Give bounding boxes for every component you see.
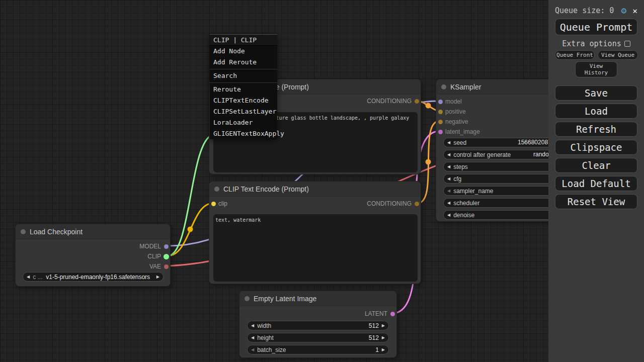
- widget-label: height: [257, 334, 274, 341]
- output-slot-conditioning[interactable]: CONDITIONING: [270, 199, 421, 209]
- conditioning-output-dot[interactable]: [415, 99, 419, 104]
- prev-arrow-icon[interactable]: ◀: [447, 201, 450, 205]
- node-status-dot: [214, 187, 219, 192]
- output-slot-vae[interactable]: VAE: [16, 261, 170, 272]
- prev-arrow-icon[interactable]: ◀: [251, 335, 254, 340]
- denoise-widget[interactable]: ◀ denoise: [443, 210, 565, 220]
- output-slot-clip[interactable]: CLIP: [16, 251, 170, 261]
- refresh-button[interactable]: Refresh: [555, 122, 637, 137]
- widget-label: width: [257, 322, 271, 329]
- menu-item-search[interactable]: Search: [210, 70, 277, 81]
- widget-value: 1: [286, 346, 379, 353]
- node-title: KSampler: [450, 83, 481, 91]
- prev-arrow-icon[interactable]: ◀: [27, 275, 30, 279]
- node-title-bar[interactable]: CLIP Text Encode (Prompt): [209, 182, 421, 197]
- input-slot-latent-image[interactable]: latent_image: [436, 127, 480, 137]
- link-dragging[interactable]: [168, 135, 212, 256]
- widget-label: control after generate: [453, 151, 511, 158]
- menu-item-cliptextencode[interactable]: CLIPTextEncode: [210, 95, 277, 106]
- node-title-bar[interactable]: Empty Latent Image: [239, 291, 396, 306]
- output-slot-latent[interactable]: LATENT: [239, 309, 396, 319]
- control-after-generate-widget[interactable]: ◀ control after generate randomize: [443, 150, 565, 159]
- input-slot-negative[interactable]: negative: [436, 117, 468, 127]
- view-history-button[interactable]: View History: [575, 61, 617, 77]
- cfg-widget[interactable]: ◀ cfg: [443, 174, 565, 184]
- batch-size-widget[interactable]: ◀ batch_size 1 ▶: [247, 345, 389, 354]
- output-slot-conditioning[interactable]: CONDITIONING: [270, 96, 421, 106]
- model-output-dot[interactable]: [164, 244, 169, 249]
- output-slot-model[interactable]: MODEL: [16, 241, 170, 251]
- scheduler-widget[interactable]: ◀ scheduler: [443, 198, 565, 208]
- menu-item-gligentextboxapply[interactable]: GLIGENTextBoxApply: [210, 128, 277, 139]
- menu-item-add-reroute[interactable]: Add Reroute: [210, 57, 277, 68]
- queue-menu-panel: Queue size: 0 ⚙ ✕ Queue Prompt Extra opt…: [548, 0, 644, 362]
- clear-button[interactable]: Clear: [555, 158, 637, 173]
- input-slot-model[interactable]: model: [436, 97, 462, 107]
- queue-prompt-button[interactable]: Queue Prompt: [555, 19, 637, 35]
- prev-arrow-icon[interactable]: ◀: [447, 152, 450, 157]
- save-button[interactable]: Save: [555, 85, 637, 101]
- input-slot-clip[interactable]: clip: [209, 199, 227, 209]
- node-title-bar[interactable]: Load Checkpoint: [16, 224, 170, 239]
- prev-arrow-icon[interactable]: ◀: [447, 176, 450, 181]
- next-arrow-icon[interactable]: ▶: [382, 347, 385, 352]
- vae-output-dot[interactable]: [164, 264, 169, 269]
- seed-widget[interactable]: ◀ seed 1566802087: [443, 138, 565, 147]
- prev-arrow-icon[interactable]: ◀: [447, 213, 450, 217]
- slot-label: latent_image: [445, 128, 480, 135]
- reset-view-button[interactable]: Reset View: [555, 194, 637, 209]
- extra-options-row: Extra options: [555, 39, 637, 48]
- clip-input-dot[interactable]: [211, 202, 216, 206]
- widget-value: 512: [271, 322, 379, 329]
- model-input-dot[interactable]: [438, 100, 443, 104]
- node-editor-canvas[interactable]: Load Checkpoint MODEL CLIP VAE ◀ c ... v…: [0, 0, 644, 362]
- view-queue-button[interactable]: View Queue: [598, 50, 638, 60]
- next-arrow-icon[interactable]: ▶: [382, 323, 385, 328]
- input-slot-positive[interactable]: positive: [436, 107, 466, 117]
- clip-output-dot[interactable]: [164, 254, 169, 259]
- latent-input-dot[interactable]: [438, 130, 443, 134]
- settings-gear-icon[interactable]: ⚙: [621, 6, 627, 16]
- slot-label: CONDITIONING: [367, 200, 412, 207]
- positive-input-dot[interactable]: [438, 110, 443, 114]
- link-center-dot-clip: [188, 227, 193, 232]
- menu-separator: [210, 82, 277, 83]
- widget-label: c ...: [33, 274, 42, 281]
- clipspace-button[interactable]: Clipspace: [555, 140, 637, 155]
- link-release-context-menu: CLIP | CLIP Add Node Add Reroute Search …: [210, 34, 277, 139]
- width-widget[interactable]: ◀ width 512 ▶: [247, 321, 389, 330]
- widget-value: v1-5-pruned-emaonly-fp16.safetensors: [43, 274, 153, 281]
- node-load-checkpoint[interactable]: Load Checkpoint MODEL CLIP VAE ◀ c ... v…: [15, 224, 171, 287]
- menu-item-add-node[interactable]: Add Node: [210, 46, 277, 57]
- latent-output-dot[interactable]: [390, 312, 395, 316]
- next-arrow-icon[interactable]: ▶: [382, 335, 385, 340]
- load-button[interactable]: Load: [555, 104, 637, 119]
- prompt-textarea[interactable]: text, watermark: [213, 214, 418, 282]
- slot-label: CONDITIONING: [367, 98, 412, 105]
- menu-item-clipsetlastlayer[interactable]: CLIPSetLastLayer: [210, 106, 277, 117]
- prev-arrow-icon[interactable]: ◀: [447, 189, 450, 193]
- prev-arrow-icon[interactable]: ◀: [447, 164, 450, 169]
- slot-label: model: [445, 98, 462, 105]
- node-status-dot: [21, 229, 26, 234]
- load-default-button[interactable]: Load Default: [555, 176, 637, 191]
- height-widget[interactable]: ◀ height 512 ▶: [247, 333, 389, 342]
- menu-item-loraloader[interactable]: LoraLoader: [210, 117, 277, 128]
- conditioning-output-dot[interactable]: [415, 202, 419, 206]
- next-arrow-icon[interactable]: ▶: [156, 275, 159, 279]
- ckpt-name-widget[interactable]: ◀ c ... v1-5-pruned-emaonly-fp16.safeten…: [23, 272, 164, 282]
- node-empty-latent-image[interactable]: Empty Latent Image LATENT ◀ width 512 ▶ …: [239, 291, 397, 358]
- queue-front-button[interactable]: Queue Front: [555, 50, 595, 60]
- prev-arrow-icon[interactable]: ◀: [251, 323, 254, 328]
- widget-label: cfg: [453, 175, 461, 183]
- prev-arrow-icon[interactable]: ◀: [447, 140, 450, 145]
- sampler-name-widget[interactable]: ◀ sampler_name: [443, 186, 565, 196]
- menu-item-reroute[interactable]: Reroute: [210, 84, 277, 95]
- extra-options-checkbox[interactable]: [624, 41, 630, 47]
- prev-arrow-icon[interactable]: ◀: [251, 347, 254, 352]
- negative-input-dot[interactable]: [438, 120, 443, 124]
- close-icon[interactable]: ✕: [632, 6, 637, 16]
- steps-widget[interactable]: ◀ steps: [443, 162, 565, 171]
- link-center-dot-positive: [426, 103, 431, 109]
- node-clip-text-encode-negative[interactable]: CLIP Text Encode (Prompt) clip CONDITION…: [209, 181, 421, 284]
